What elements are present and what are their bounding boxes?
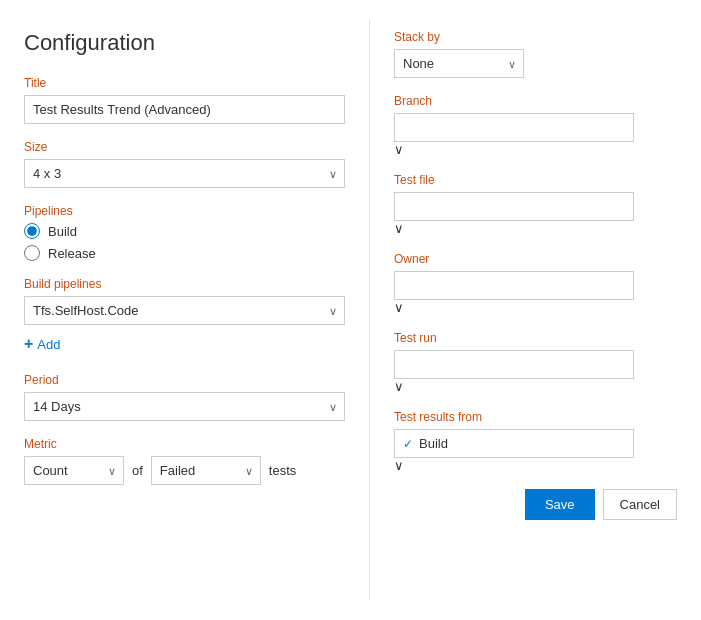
period-field-group: Period 7 Days 14 Days 30 Days ∨ xyxy=(24,373,345,421)
plus-icon: + xyxy=(24,335,33,353)
stack-by-label: Stack by xyxy=(394,30,677,44)
action-buttons-row: Save Cancel xyxy=(394,489,677,520)
cancel-button[interactable]: Cancel xyxy=(603,489,677,520)
test-file-select[interactable] xyxy=(394,192,634,221)
build-radio-item[interactable]: Build xyxy=(24,223,345,239)
owner-select-wrapper: ∨ xyxy=(394,271,634,315)
test-results-from-box[interactable]: ✓ Build xyxy=(394,429,634,458)
title-input[interactable] xyxy=(24,95,345,124)
test-run-chevron-icon: ∨ xyxy=(394,379,404,394)
test-run-select-wrapper: ∨ xyxy=(394,350,634,394)
test-file-label: Test file xyxy=(394,173,677,187)
owner-label: Owner xyxy=(394,252,677,266)
size-label: Size xyxy=(24,140,345,154)
metric-field-group: Metric Count Percentage ∨ of Failed Pass… xyxy=(24,437,345,485)
pipelines-radio-group: Build Release xyxy=(24,223,345,261)
build-radio-label: Build xyxy=(48,224,77,239)
test-file-chevron-icon: ∨ xyxy=(394,221,404,236)
release-radio-label: Release xyxy=(48,246,96,261)
branch-field-group: Branch ∨ xyxy=(394,94,677,157)
release-radio[interactable] xyxy=(24,245,40,261)
owner-select[interactable] xyxy=(394,271,634,300)
build-radio[interactable] xyxy=(24,223,40,239)
metric-failed-wrapper: Failed Passed Total ∨ xyxy=(151,456,261,485)
page-title: Configuration xyxy=(24,30,345,56)
pipelines-field-group: Pipelines Build Release xyxy=(24,204,345,261)
title-field-group: Title xyxy=(24,76,345,124)
stack-by-field-group: Stack by None Build Release ∨ xyxy=(394,30,677,78)
branch-label: Branch xyxy=(394,94,677,108)
add-label: Add xyxy=(37,337,60,352)
check-icon: ✓ xyxy=(403,437,413,451)
branch-chevron-icon: ∨ xyxy=(394,142,404,157)
branch-select-wrapper: ∨ xyxy=(394,113,634,157)
branch-select[interactable] xyxy=(394,113,634,142)
metric-count-select[interactable]: Count Percentage xyxy=(24,456,124,485)
test-results-from-field-group: Test results from ✓ Build ∨ xyxy=(394,410,677,473)
test-file-field-group: Test file ∨ xyxy=(394,173,677,236)
stack-by-select[interactable]: None Build Release xyxy=(394,49,524,78)
test-run-select[interactable] xyxy=(394,350,634,379)
owner-chevron-icon: ∨ xyxy=(394,300,404,315)
test-file-select-wrapper: ∨ xyxy=(394,192,634,236)
save-button[interactable]: Save xyxy=(525,489,595,520)
stack-by-select-wrapper: None Build Release ∨ xyxy=(394,49,524,78)
size-select-wrapper: 1 x 1 2 x 1 2 x 2 4 x 3 6 x 4 ∨ xyxy=(24,159,345,188)
metric-of-text: of xyxy=(132,463,143,478)
add-button[interactable]: + Add xyxy=(24,331,60,357)
size-field-group: Size 1 x 1 2 x 1 2 x 2 4 x 3 6 x 4 ∨ xyxy=(24,140,345,188)
period-select-wrapper: 7 Days 14 Days 30 Days ∨ xyxy=(24,392,345,421)
test-results-from-label: Test results from xyxy=(394,410,677,424)
metric-tests-text: tests xyxy=(269,463,296,478)
pipelines-label: Pipelines xyxy=(24,204,345,218)
metric-label: Metric xyxy=(24,437,345,451)
test-results-from-chevron-icon: ∨ xyxy=(394,458,404,473)
release-radio-item[interactable]: Release xyxy=(24,245,345,261)
build-pipelines-select-wrapper: Tfs.SelfHost.Code ∨ xyxy=(24,296,345,325)
build-pipelines-label: Build pipelines xyxy=(24,277,345,291)
period-label: Period xyxy=(24,373,345,387)
test-run-label: Test run xyxy=(394,331,677,345)
owner-field-group: Owner ∨ xyxy=(394,252,677,315)
title-label: Title xyxy=(24,76,345,90)
build-pipelines-select[interactable]: Tfs.SelfHost.Code xyxy=(24,296,345,325)
test-results-from-value: Build xyxy=(419,436,448,451)
test-results-from-wrapper: ✓ Build ∨ xyxy=(394,429,634,473)
metric-row: Count Percentage ∨ of Failed Passed Tota… xyxy=(24,456,345,485)
metric-failed-select[interactable]: Failed Passed Total xyxy=(151,456,261,485)
build-pipelines-field-group: Build pipelines Tfs.SelfHost.Code ∨ + Ad… xyxy=(24,277,345,357)
period-select[interactable]: 7 Days 14 Days 30 Days xyxy=(24,392,345,421)
size-select[interactable]: 1 x 1 2 x 1 2 x 2 4 x 3 6 x 4 xyxy=(24,159,345,188)
metric-count-wrapper: Count Percentage ∨ xyxy=(24,456,124,485)
test-run-field-group: Test run ∨ xyxy=(394,331,677,394)
